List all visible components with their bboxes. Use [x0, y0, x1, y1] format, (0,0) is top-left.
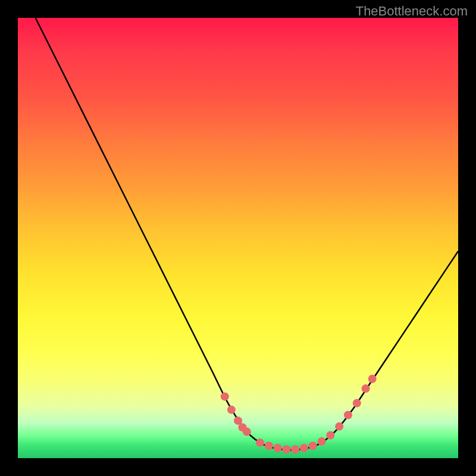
data-marker [309, 441, 317, 450]
data-marker [362, 384, 370, 393]
bottleneck-curve [36, 18, 458, 450]
data-marker [282, 445, 290, 453]
data-marker [335, 422, 343, 431]
data-marker [344, 411, 352, 419]
data-marker [227, 406, 236, 414]
data-marker [300, 444, 308, 452]
data-marker [353, 399, 361, 408]
data-marker [256, 439, 264, 447]
data-markers [221, 375, 377, 453]
data-marker [243, 428, 251, 436]
data-marker [274, 444, 282, 452]
chart-plot-area [18, 18, 458, 458]
data-marker [368, 375, 377, 383]
data-marker [318, 437, 326, 446]
data-marker [291, 445, 299, 453]
data-marker [326, 431, 334, 440]
data-marker [221, 392, 229, 400]
chart-svg [18, 18, 458, 458]
data-marker [265, 441, 273, 450]
watermark-text: TheBottleneck.com [356, 4, 468, 19]
